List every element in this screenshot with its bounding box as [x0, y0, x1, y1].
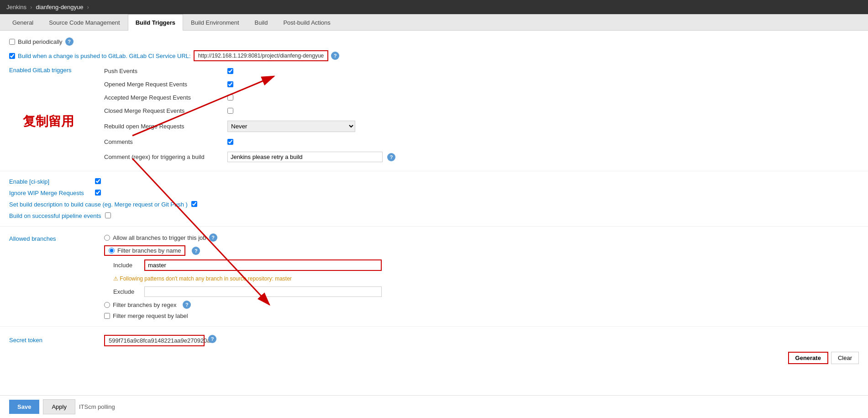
- include-input[interactable]: [144, 259, 382, 271]
- exclude-row: Exclude: [113, 286, 382, 297]
- ignore-wip-checkbox[interactable]: [95, 190, 101, 196]
- bottom-bar: Save Apply ITScm polling: [0, 395, 868, 407]
- build-periodically-label: Build periodically: [18, 38, 63, 45]
- secret-token-label: Secret token: [9, 335, 100, 344]
- branch-options: Allow all branches to trigger this job ?…: [104, 233, 382, 319]
- gitlab-trigger-help[interactable]: ?: [331, 52, 339, 60]
- ignore-wip-row: Ignore WIP Merge Requests: [0, 187, 868, 199]
- closed-merge-checkbox[interactable]: [227, 108, 233, 114]
- build-pipeline-checkbox[interactable]: [105, 212, 111, 218]
- filter-name-label: Filter branches by name: [117, 247, 181, 254]
- enabled-triggers-row: Enabled GitLab triggers Push Events Open…: [0, 63, 868, 166]
- project-breadcrumb: dianfeng-dengyue: [36, 4, 83, 11]
- filter-name-option: Filter branches by name ?: [104, 245, 382, 256]
- build-periodically-help[interactable]: ?: [65, 37, 74, 46]
- filter-name-box: Filter branches by name: [104, 245, 185, 256]
- tab-build-triggers[interactable]: Build Triggers: [128, 14, 183, 31]
- opened-merge-checkbox[interactable]: [227, 81, 233, 87]
- build-periodically-checkbox[interactable]: [9, 39, 15, 45]
- comment-regex-input[interactable]: Jenkins please retry a build: [227, 152, 383, 162]
- build-pipeline-row: Build on successful pipeline events: [0, 210, 868, 222]
- closed-merge-label: Closed Merge Request Events: [104, 107, 223, 114]
- comments-row: Comments: [104, 137, 395, 147]
- gitlab-trigger-label: Build when a change is pushed to GitLab.…: [18, 53, 191, 59]
- opened-merge-row: Opened Merge Request Events: [104, 79, 395, 90]
- filter-regex-help[interactable]: ?: [183, 301, 191, 309]
- push-events-row: Push Events: [104, 66, 395, 76]
- accepted-merge-checkbox[interactable]: [227, 95, 233, 101]
- exclude-input[interactable]: [144, 286, 382, 297]
- secret-token-value: 599f716a9c8fca9148221aa9e270920a: [104, 335, 205, 346]
- build-periodically-row: Build periodically ?: [0, 35, 868, 48]
- itscm-label: ITScm polling: [79, 403, 115, 407]
- secret-token-help[interactable]: ?: [208, 335, 216, 343]
- filter-regex-option: Filter branches by regex ?: [104, 301, 382, 309]
- gitlab-trigger-checkbox[interactable]: [9, 53, 15, 59]
- divider-3: [0, 326, 868, 327]
- comment-regex-help[interactable]: ?: [387, 153, 395, 161]
- tabs-bar: General Source Code Management Build Tri…: [0, 14, 868, 31]
- jenkins-link[interactable]: Jenkins: [6, 4, 26, 11]
- header: Jenkins › dianfeng-dengyue ›: [0, 0, 868, 14]
- allowed-branches-label: Allowed branches: [9, 233, 100, 242]
- main-content: 复制留用 Build periodically ? Build when a c…: [0, 31, 868, 407]
- allow-all-help[interactable]: ?: [209, 233, 217, 242]
- build-desc-row: Set build description to build cause (eg…: [0, 199, 868, 210]
- include-label: Include: [113, 262, 141, 269]
- comment-regex-label: Comment (regex) for triggering a build: [104, 153, 223, 160]
- divider-1: [0, 171, 868, 171]
- divider-2: [0, 226, 868, 227]
- secret-token-row: Secret token 599f716a9c8fca9148221aa9e27…: [0, 331, 868, 350]
- build-desc-label: Set build description to build cause (eg…: [9, 201, 188, 208]
- generate-button[interactable]: Generate: [788, 352, 828, 364]
- filter-name-radio[interactable]: [109, 248, 115, 254]
- ci-skip-row: Enable [ci-skip]: [0, 176, 868, 187]
- allowed-branches-section: Allowed branches Allow all branches to t…: [0, 231, 868, 322]
- tab-build[interactable]: Build: [247, 14, 276, 31]
- rebuild-label: Rebuild open Merge Requests: [104, 123, 223, 130]
- gitlab-ci-url: http://192.168.1.129:8081/project/dianfe…: [194, 50, 329, 61]
- comments-checkbox[interactable]: [227, 139, 233, 145]
- exclude-label: Exclude: [113, 288, 141, 295]
- enabled-triggers-label: Enabled GitLab triggers: [9, 66, 100, 74]
- filter-regex-label: Filter branches by regex: [113, 302, 176, 308]
- rebuild-row: Rebuild open Merge Requests Never On pus…: [104, 119, 395, 134]
- closed-merge-row: Closed Merge Request Events: [104, 106, 395, 116]
- comment-regex-row: Comment (regex) for triggering a build J…: [104, 150, 395, 164]
- opened-merge-label: Opened Merge Request Events: [104, 81, 223, 88]
- apply-button[interactable]: Apply: [43, 399, 75, 407]
- gen-clear-row: Generate Clear: [0, 350, 868, 366]
- ignore-wip-label: Ignore WIP Merge Requests: [9, 190, 91, 196]
- accepted-merge-row: Accepted Merge Request Events: [104, 92, 395, 103]
- comments-label: Comments: [104, 138, 223, 145]
- filter-regex-radio[interactable]: [104, 302, 110, 308]
- save-button[interactable]: Save: [9, 400, 39, 407]
- triggers-options: Push Events Opened Merge Request Events …: [104, 66, 395, 164]
- build-desc-checkbox[interactable]: [191, 201, 197, 207]
- gitlab-trigger-row: Build when a change is pushed to GitLab.…: [0, 48, 868, 63]
- filter-name-help[interactable]: ?: [192, 247, 200, 255]
- push-events-checkbox[interactable]: [227, 68, 233, 74]
- filter-label-checkbox[interactable]: [104, 313, 110, 319]
- push-events-label: Push Events: [104, 68, 223, 74]
- tab-post-build[interactable]: Post-build Actions: [275, 14, 338, 31]
- allow-all-radio[interactable]: [104, 235, 110, 241]
- include-row: Include: [113, 259, 382, 271]
- ci-skip-label: Enable [ci-skip]: [9, 178, 91, 185]
- accepted-merge-label: Accepted Merge Request Events: [104, 94, 223, 101]
- tab-source-code[interactable]: Source Code Management: [41, 14, 127, 31]
- branch-warning: ⚠ Following patterns don't match any bra…: [113, 275, 382, 283]
- filter-label-option: Filter merge request by label: [104, 312, 382, 319]
- tab-build-environment[interactable]: Build Environment: [183, 14, 247, 31]
- build-pipeline-label: Build on successful pipeline events: [9, 212, 101, 219]
- allow-all-option: Allow all branches to trigger this job ?: [104, 233, 382, 242]
- allow-all-label: Allow all branches to trigger this job: [113, 234, 206, 241]
- filter-label-label: Filter merge request by label: [113, 312, 188, 319]
- tab-general[interactable]: General: [5, 14, 41, 31]
- rebuild-select[interactable]: Never On push On close: [227, 121, 355, 132]
- ci-skip-checkbox[interactable]: [95, 178, 101, 184]
- clear-button[interactable]: Clear: [831, 352, 859, 364]
